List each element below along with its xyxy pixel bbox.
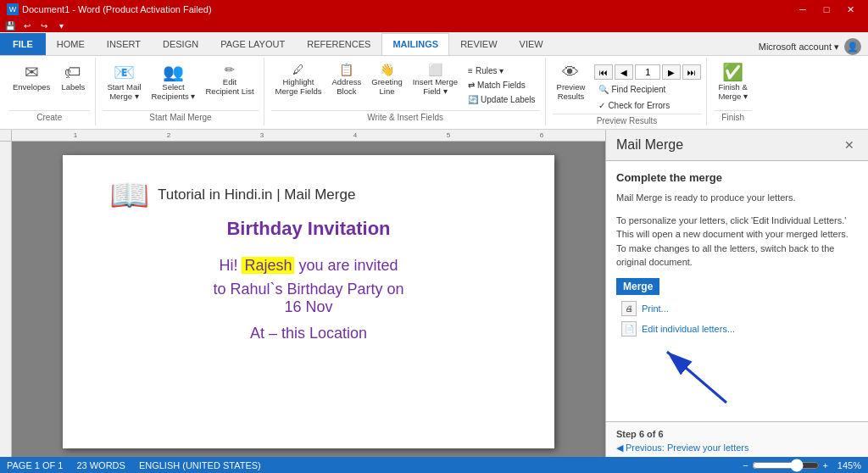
panel-close-button[interactable]: ✕ [841, 136, 858, 153]
update-labels-button[interactable]: 🔄 Update Labels [464, 93, 540, 106]
tab-view[interactable]: VIEW [509, 33, 554, 55]
doc-logo-text: Tutorial in Hindi.in | Mail Merge [158, 186, 355, 203]
preview-results-label: Preview Results [553, 114, 702, 127]
edit-list-icon: ✏ [225, 64, 235, 75]
select-recipients-button[interactable]: 👥 SelectRecipients ▾ [147, 61, 200, 104]
rules-button[interactable]: ≡ Rules ▾ [464, 64, 540, 77]
start-mail-icon: 📧 [114, 64, 135, 81]
tab-design[interactable]: DESIGN [152, 33, 209, 55]
merge-section-label: Merge [616, 278, 659, 295]
back-arrow-icon: ◀ [616, 442, 623, 454]
find-recipient-button[interactable]: 🔍 Find Recipient [594, 83, 701, 96]
find-icon: 🔍 [598, 85, 609, 94]
tab-review[interactable]: REVIEW [449, 33, 508, 55]
status-bar: PAGE 1 OF 1 23 WORDS ENGLISH (UNITED STA… [0, 457, 868, 473]
zoom-out-btn[interactable]: − [743, 460, 748, 470]
edit-recipient-list-button[interactable]: ✏ EditRecipient List [202, 61, 259, 99]
check-errors-button[interactable]: ✓ Check for Errors [594, 99, 701, 112]
doc-line3: 16 Nov [284, 298, 332, 316]
main-area: 123456 📖 Tutorial in Hindi.in | Mail Mer… [0, 130, 868, 457]
address-block-button[interactable]: 📋 AddressBlock [327, 61, 365, 99]
title-bar: W Document1 - Word (Product Activation F… [0, 0, 868, 19]
doc-invite: Hi! Rajesh you are invited [219, 250, 398, 281]
edit-individual-option[interactable]: 📄 Edit individual letters... [616, 319, 858, 339]
tab-file[interactable]: FILE [0, 33, 46, 55]
title-bar-title: Document1 - Word (Product Activation Fai… [22, 4, 212, 14]
ribbon-content: ✉ Envelopes 🏷 Labels Create 📧 Start Mail… [0, 56, 868, 129]
envelopes-button[interactable]: ✉ Envelopes [8, 61, 54, 94]
account-label: Microsoft account ▾ [759, 42, 839, 53]
insert-merge-field-button[interactable]: ⬜ Insert MergeField ▾ [409, 61, 462, 99]
qa-redo[interactable]: ↪ [37, 19, 51, 32]
quick-access-toolbar: 💾 ↩ ↪ ▾ [0, 19, 868, 32]
labels-button[interactable]: 🏷 Labels [56, 61, 90, 94]
tab-insert[interactable]: INSERT [96, 33, 152, 55]
nav-prev-button[interactable]: ◀ [615, 64, 633, 80]
ribbon-group-finish: ✅ Finish &Merge ▾ Finish [709, 58, 757, 125]
panel-detail-text: To personalize your letters, click 'Edit… [616, 214, 858, 270]
close-button[interactable]: ✕ [839, 0, 861, 19]
finish-label: Finish [714, 110, 752, 124]
qa-undo[interactable]: ↩ [20, 19, 34, 32]
tab-mailings[interactable]: MAILINGS [381, 33, 449, 55]
ribbon-group-create: ✉ Envelopes 🏷 Labels Create [3, 58, 96, 125]
greeting-icon: 👋 [380, 64, 394, 75]
panel-ready-text: Mail Merge is ready to produce your lett… [616, 191, 858, 205]
qa-save[interactable]: 💾 [3, 19, 17, 32]
write-insert-buttons: 🖊 HighlightMerge Fields 📋 AddressBlock 👋… [271, 58, 540, 109]
nav-page-input[interactable] [635, 64, 660, 80]
tab-page-layout[interactable]: PAGE LAYOUT [209, 33, 296, 55]
greeting-line-button[interactable]: 👋 GreetingLine [367, 61, 406, 99]
label-icon: 🏷 [64, 64, 81, 81]
ruler-vertical [0, 142, 12, 457]
recipients-icon: 👥 [163, 64, 184, 81]
finish-merge-button[interactable]: ✅ Finish &Merge ▾ [714, 61, 752, 104]
account-avatar[interactable]: 👤 [844, 38, 861, 55]
finish-icon: ✅ [722, 64, 743, 81]
address-icon: 📋 [339, 64, 353, 75]
doc-line2: to Rahul`s Birthday Party on [213, 281, 403, 298]
doc-page: 📖 Tutorial in Hindi.in | Mail Merge Birt… [63, 155, 554, 448]
preview-results-button[interactable]: 👁 PreviewResults [553, 61, 590, 104]
maximize-button[interactable]: □ [815, 0, 837, 19]
prev-link[interactable]: ◀ Previous: Preview your letters [616, 442, 858, 454]
minimize-button[interactable]: ─ [792, 0, 814, 19]
panel-header: Mail Merge ✕ [606, 130, 868, 161]
title-bar-controls: ─ □ ✕ [792, 0, 861, 19]
highlight-merge-fields-button[interactable]: 🖊 HighlightMerge Fields [271, 61, 326, 99]
zoom-in-btn[interactable]: + [823, 460, 828, 470]
edit-letters-icon: 📄 [621, 321, 637, 337]
panel-body: Complete the merge Mail Merge is ready t… [606, 161, 868, 421]
start-mail-merge-buttons: 📧 Start MailMerge ▾ 👥 SelectRecipients ▾… [103, 58, 258, 109]
status-language: ENGLISH (UNITED STATES) [139, 460, 261, 470]
arrow-annotation [616, 343, 858, 411]
start-mail-merge-button[interactable]: 📧 Start MailMerge ▾ [103, 61, 145, 104]
zoom-slider[interactable] [752, 461, 820, 470]
status-left: PAGE 1 OF 1 23 WORDS ENGLISH (UNITED STA… [7, 460, 261, 470]
arrow-svg [616, 343, 786, 407]
match-icon: ⇄ [468, 81, 475, 90]
ruler-corner [0, 130, 12, 142]
print-option[interactable]: 🖨 Print... [616, 298, 858, 319]
tab-home[interactable]: HOME [46, 33, 96, 55]
qa-menu[interactable]: ▾ [54, 19, 68, 32]
match-fields-button[interactable]: ⇄ Match Fields [464, 79, 540, 92]
status-page: PAGE 1 OF 1 [7, 460, 63, 470]
edit-letters-label: Edit individual letters... [642, 324, 735, 334]
doc-scroll-area: 📖 Tutorial in Hindi.in | Mail Merge Birt… [0, 142, 605, 457]
doc-line4: At – this Location [250, 325, 367, 342]
ruler-horizontal: 123456 [12, 130, 605, 142]
nav-first-button[interactable]: ⏮ [594, 64, 613, 80]
ribbon-group-write-insert: 🖊 HighlightMerge Fields 📋 AddressBlock 👋… [266, 58, 546, 125]
nav-next-button[interactable]: ▶ [662, 64, 681, 80]
zoom-level: 145% [832, 460, 861, 470]
ribbon-tabs: FILE HOME INSERT DESIGN PAGE LAYOUT REFE… [0, 32, 868, 56]
panel-section-title: Complete the merge [616, 171, 858, 184]
finish-buttons: ✅ Finish &Merge ▾ [714, 58, 752, 109]
print-icon: 🖨 [621, 301, 637, 316]
merge-section-container: Merge 🖨 Print... 📄 Edit individual lette… [616, 278, 858, 339]
panel-footer: Step 6 of 6 ◀ Previous: Preview your let… [606, 421, 868, 458]
tab-references[interactable]: REFERENCES [296, 33, 381, 55]
nav-last-button[interactable]: ⏭ [682, 64, 701, 80]
ribbon-group-preview: 👁 PreviewResults ⏮ ◀ ▶ ⏭ 🔍 Find Recipien… [548, 58, 708, 125]
